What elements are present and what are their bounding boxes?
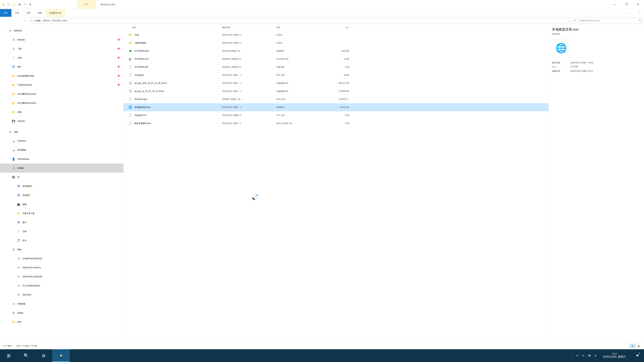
nav-win32[interactable]: 📁win10重装32位win10: [0, 89, 123, 98]
nav-localpics[interactable]: 🖼本机照片: [0, 191, 123, 200]
forward-button[interactable]: →: [8, 17, 14, 24]
nav-pc5[interactable]: 🖥ZMT2019: [0, 290, 123, 299]
nav-savedpics[interactable]: 🖼保存的图片: [0, 182, 123, 191]
nav-yunqishi[interactable]: 📁YUNQISHI2019📌: [0, 80, 123, 89]
tab-home[interactable]: 主页: [12, 9, 23, 17]
nav-pc3[interactable]: 🖥DESKTOP-LSSOEDP: [0, 272, 123, 281]
table-row[interactable]: 📄Win10x32.gho2019/9/7, 星期六 19:...GHO 文件3…: [124, 95, 548, 103]
refresh-button[interactable]: ⟳: [572, 18, 578, 23]
tray-keyboard-icon[interactable]: ⌨: [588, 355, 591, 357]
col-size[interactable]: 大小: [322, 26, 352, 29]
qat-delete-icon[interactable]: ✖: [17, 2, 22, 7]
contextual-tab-manage[interactable]: 管理: [77, 0, 96, 9]
nav-tianyi[interactable]: 📁天翼云盘下载: [0, 209, 123, 218]
col-name[interactable]: 名称⌃: [124, 26, 222, 29]
close-button[interactable]: ✕: [632, 0, 644, 9]
nav-videos[interactable]: 🎬视频: [0, 200, 123, 209]
tray-network-icon[interactable]: 🖧: [594, 355, 596, 357]
up-button[interactable]: ↑: [22, 17, 28, 24]
nav-network[interactable]: 🖧网络: [0, 245, 123, 254]
nav-quick-access[interactable]: ★快速访问: [0, 26, 123, 35]
table-row[interactable]: 💿pe_yqs_1032_20_07_31_16_04.iso2020/10/1…: [124, 79, 548, 87]
help-icon[interactable]: ?: [636, 9, 644, 17]
nav-desktop[interactable]: 🖥Desktop📌: [0, 35, 123, 44]
nav-admin[interactable]: 👤Administrator: [0, 155, 123, 164]
search-input[interactable]: 搜索"Win10x32_2020" 🔍: [579, 18, 643, 23]
nav-pc2[interactable]: 🖥DESKTOP-HL0PLFL: [0, 263, 123, 272]
status-bar: 12 个项目 选中 1 个项目 27.6 MB ☰ ▦: [0, 343, 644, 349]
breadcrumb[interactable]: 🖥 › 此电脑 › 文档 (E:) › Win10x32_2020 › ⌄: [30, 18, 571, 23]
table-row[interactable]: 💿pe_yqs_xp_20_07_31_15_53.iso2020/10/12,…: [124, 87, 548, 95]
view-details-button[interactable]: ☰: [630, 344, 635, 348]
back-button[interactable]: ←: [1, 17, 8, 24]
tray-volume-icon[interactable]: 🔊: [576, 355, 578, 357]
table-row[interactable]: 📁U盘安装教程2020/12/26, 星期六 1...文件夹: [124, 39, 548, 47]
tab-share[interactable]: 共享: [23, 9, 34, 17]
nav-documents2[interactable]: 📄文档: [0, 227, 123, 236]
qat-new-folder-icon[interactable]: ▤: [12, 2, 17, 7]
file-name: AUTORUN.INF: [134, 66, 148, 68]
nav-desktop2[interactable]: 🖥桌面: [0, 127, 123, 136]
col-type[interactable]: 类型: [276, 26, 322, 29]
nav-pc1[interactable]: 🖥1H4WPFQ7KZ8HU82: [0, 254, 123, 263]
tray-overflow-icon[interactable]: ⌃: [571, 355, 572, 357]
qat-undo-icon[interactable]: ↶: [22, 2, 28, 7]
nav-wps[interactable]: ☁WPS网盘: [0, 145, 123, 155]
maximize-button[interactable]: ❐: [620, 0, 632, 9]
search-icon[interactable]: 🔍: [639, 19, 641, 22]
taskview-button[interactable]: ⧉: [35, 349, 52, 362]
view-icons-button[interactable]: ▦: [636, 344, 641, 348]
breadcrumb-folder[interactable]: Win10x32_2020: [52, 19, 67, 22]
breadcrumb-pc[interactable]: 此电脑: [34, 19, 40, 22]
tab-view[interactable]: 查看: [34, 9, 46, 17]
nav-excel[interactable]: 📁excel表格制作求和📌: [0, 71, 123, 80]
nav-drive-e[interactable]: 💾文档 (E:): [0, 117, 123, 126]
nav-onedrive[interactable]: ☁OneDrive: [0, 136, 123, 145]
minimize-button[interactable]: —: [609, 0, 620, 9]
address-dropdown-icon[interactable]: ⌄: [568, 19, 570, 22]
col-date[interactable]: 修改日期: [222, 26, 276, 29]
nav-music[interactable]: 🎵音乐: [0, 236, 123, 245]
table-row[interactable]: 📄硬盘安装教程.html2016/11/21, 星期一 2...360 se H…: [124, 119, 548, 127]
tab-file[interactable]: 文件: [0, 9, 12, 17]
table-row[interactable]: ◧AUTORUN.ICO2015/5/10, 星期日 02...ICO 图片文件…: [124, 55, 548, 63]
tab-apptools[interactable]: 应用程序工具: [46, 9, 65, 17]
table-row[interactable]: 📄光盘说明.TXT2016/10/23, 星期日 0...TXT 文件5 KB: [124, 111, 548, 119]
file-size: 3 KB: [322, 122, 352, 124]
pc-icon: 🖥: [17, 275, 20, 278]
nav-control[interactable]: ⚙控制面板: [0, 299, 123, 308]
chevron-right-icon[interactable]: ›: [33, 20, 34, 22]
chevron-right-icon[interactable]: ›: [41, 20, 42, 22]
qat-properties-icon[interactable]: ☑: [6, 2, 12, 7]
nav-tree[interactable]: ★快速访问 🖥Desktop📌 ⬇下载📌 📄文档📌 🖼图片📌 📁excel表格制…: [0, 24, 124, 343]
chevron-right-icon[interactable]: ›: [68, 20, 68, 22]
pc-icon: 🖥: [12, 167, 16, 170]
tray-ime[interactable]: 中: [582, 354, 584, 357]
table-row[interactable]: 📁Tools2020/12/26, 星期六 1...文件夹: [124, 31, 548, 39]
breadcrumb-drive[interactable]: 文档 (E:): [42, 19, 50, 22]
tray-clock[interactable]: 15:12 2020/12/26, 星期六: [600, 353, 628, 359]
nav-recycle[interactable]: 🗑回收站: [0, 308, 123, 318]
table-row[interactable]: ⬢AUTORUN.EXE2016/1/8, 星期五 04:...应用程序1,92…: [124, 47, 548, 55]
task-explorer[interactable]: 📁: [52, 349, 70, 362]
nav-win64[interactable]: 📁win10重装64位win10: [0, 98, 123, 108]
qat-dropdown-icon[interactable]: ▾: [28, 2, 33, 7]
nav-pc4[interactable]: 🖥PC-20190530OBLA: [0, 281, 123, 290]
nav-pictures[interactable]: 🖼图片📌: [0, 62, 123, 71]
nav-documents[interactable]: 📄文档📌: [0, 53, 123, 62]
nav-software[interactable]: 📁软件: [0, 318, 123, 327]
nav-libraries[interactable]: 📚库: [0, 173, 123, 182]
table-row[interactable]: 📄Config.dat2020/10/12, 星期一 1...DAT 文件36 …: [124, 71, 548, 79]
nav-thispc[interactable]: 🖥此电脑: [0, 164, 123, 173]
ribbon-expand-icon[interactable]: ⌄: [626, 9, 636, 17]
table-row[interactable]: 📄AUTORUN.INF2015/5/10, 星期日 02...安装信息1 KB: [124, 63, 548, 71]
table-row[interactable]: 🌐本地硬盘安装.exe2020/10/12, 星期一 1...应用程序28,31…: [124, 103, 548, 111]
start-button[interactable]: ⊞: [0, 349, 18, 362]
history-dropdown-icon[interactable]: ⌄: [16, 17, 22, 24]
nav-huguan[interactable]: 📁虎观: [0, 108, 123, 117]
chevron-right-icon[interactable]: ›: [51, 20, 52, 22]
search-button[interactable]: 🔍: [18, 349, 35, 362]
notification-button[interactable]: 💬2: [632, 355, 642, 357]
nav-downloads[interactable]: ⬇下载📌: [0, 44, 123, 53]
nav-pictures2[interactable]: 🖼图片: [0, 218, 123, 227]
